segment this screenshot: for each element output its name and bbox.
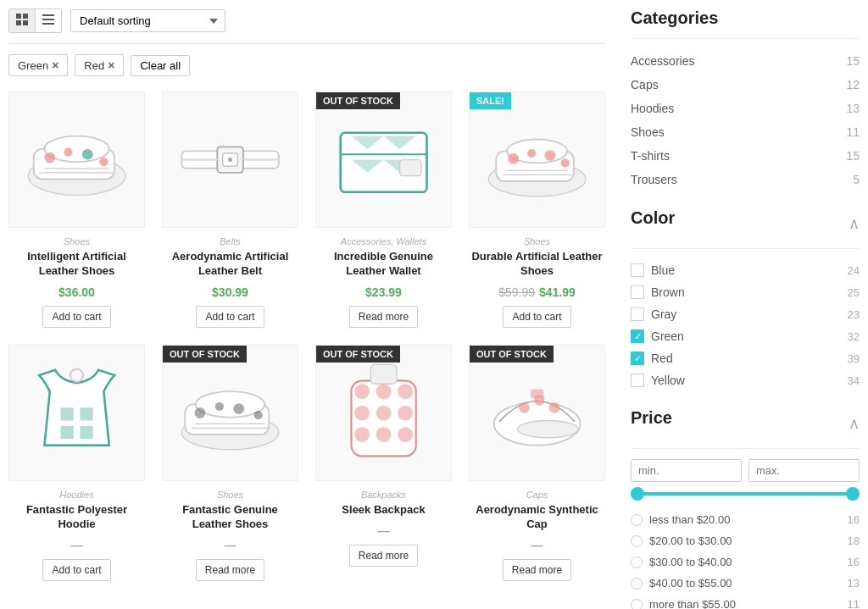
categories-section: Categories Accessories15Caps12Hoodies13S… [631, 8, 860, 191]
remove-red-filter[interactable]: × [108, 58, 114, 72]
color-label: Green [651, 329, 684, 343]
sidebar-category-item[interactable]: T-shirts15 [631, 144, 860, 168]
product-card: OUT OF STOCK Shoes Fantastic Genuine [162, 345, 298, 581]
price-min-input[interactable] [631, 459, 742, 482]
price-range-item: $30.00 to $40.00 16 [631, 551, 860, 573]
categories-list: Accessories15Caps12Hoodies13Shoes11T-shi… [631, 49, 860, 191]
color-checkbox[interactable] [631, 307, 644, 321]
price-range-radio[interactable] [631, 578, 643, 590]
svg-point-55 [398, 384, 413, 399]
svg-point-37 [70, 368, 83, 381]
color-section-header: Color ∧ [631, 208, 860, 238]
product-category: Hoodies [8, 490, 145, 500]
price-range-left: less than $20.00 [631, 513, 730, 526]
sidebar-category-item[interactable]: Trousers5 [631, 168, 860, 191]
color-label: Red [651, 352, 673, 365]
color-item: Yellow 34 [631, 369, 860, 391]
product-price: $59.99$41.99 [469, 285, 605, 299]
product-image: OUT OF STOCK [469, 345, 605, 481]
price-slider-left-handle[interactable] [631, 487, 644, 501]
product-card: OUT OF STOCK Accessories, Wallets Incred… [315, 91, 452, 328]
svg-rect-3 [23, 20, 28, 25]
product-image [8, 345, 145, 481]
price-range-item: $40.00 to $55.00 13 [631, 573, 860, 594]
add-to-cart-button[interactable]: Add to cart [42, 306, 110, 328]
sort-select[interactable]: Default sorting Sort by popularity Sort … [70, 9, 225, 32]
svg-point-59 [354, 427, 370, 442]
price-range-label: $30.00 to $40.00 [649, 556, 732, 568]
add-to-cart-button[interactable]: Add to cart [42, 559, 110, 581]
price-range-count: 16 [848, 556, 860, 568]
svg-rect-40 [60, 426, 73, 439]
product-name: Durable Artificial Leather Shoes [469, 250, 605, 279]
price-range-radio[interactable] [631, 599, 643, 610]
sidebar-category-item[interactable]: Hoodies13 [631, 97, 860, 120]
color-checkbox[interactable] [631, 263, 644, 277]
read-more-button[interactable]: Read more [196, 559, 264, 581]
product-name: Fantastic Polyester Hoodie [8, 503, 145, 532]
filter-tag-label: Green [18, 59, 48, 72]
read-more-button[interactable]: Read more [349, 306, 418, 328]
price-collapse-icon[interactable]: ∧ [849, 414, 860, 433]
price-max-input[interactable] [748, 459, 860, 482]
color-item: Blue 24 [631, 259, 860, 281]
product-card: Shoes Intelligent Artificial Leather Sho… [8, 91, 145, 328]
color-checkbox[interactable] [631, 285, 644, 299]
product-name: Aerodynamic Artificial Leather Belt [162, 250, 298, 279]
color-collapse-icon[interactable]: ∧ [849, 214, 860, 233]
price-ranges-list: less than $20.00 16 $20.00 to $30.00 18 … [631, 509, 860, 609]
product-category: Belts [162, 236, 298, 246]
add-to-cart-button[interactable]: Add to cart [503, 306, 570, 328]
product-category: Shoes [162, 490, 298, 500]
svg-point-46 [215, 402, 224, 411]
read-more-button[interactable]: Read more [349, 545, 418, 567]
grid-view-button[interactable] [9, 9, 36, 32]
price-range-slider[interactable] [631, 492, 860, 496]
price-range-label: more than $55.00 [649, 598, 736, 609]
svg-rect-68 [531, 389, 543, 397]
sidebar-category-item[interactable]: Accessories15 [631, 49, 860, 73]
color-section: Color ∧ Blue 24 Brown 25 Gray 23 [631, 208, 860, 391]
svg-point-11 [64, 148, 72, 157]
color-item: Brown 25 [631, 281, 860, 303]
price-title: Price [631, 408, 672, 428]
product-image: OUT OF STOCK [162, 345, 298, 481]
price-range-radio[interactable] [631, 535, 643, 547]
add-to-cart-button[interactable]: Add to cart [196, 306, 264, 328]
price-range-radio[interactable] [631, 514, 643, 526]
category-count: 5 [853, 173, 860, 186]
svg-point-58 [398, 405, 413, 420]
list-view-button[interactable] [36, 9, 61, 32]
product-card: SALE! Shoes Durable Artificial Leath [469, 91, 605, 328]
svg-point-54 [376, 384, 392, 399]
category-count: 15 [846, 149, 860, 163]
category-label: Accessories [631, 54, 694, 68]
color-left: Green [631, 329, 684, 343]
price-slider-right-handle[interactable] [846, 487, 860, 501]
svg-rect-6 [42, 23, 54, 25]
product-price: — [162, 539, 298, 552]
read-more-button[interactable]: Read more [503, 559, 571, 581]
product-name: Intelligent Artificial Leather Shoes [8, 250, 145, 279]
svg-rect-1 [23, 14, 28, 19]
product-price: $23.99 [315, 285, 452, 299]
price-range-left: $20.00 to $30.00 [631, 534, 732, 547]
product-price: $30.99 [162, 285, 298, 299]
categories-title: Categories [631, 8, 860, 28]
category-label: Caps [631, 78, 659, 91]
svg-rect-41 [80, 426, 92, 439]
color-checkbox[interactable] [631, 352, 644, 365]
svg-point-56 [354, 405, 370, 420]
color-checkbox[interactable] [631, 329, 644, 343]
remove-green-filter[interactable]: × [52, 58, 58, 72]
category-label: T-shirts [631, 149, 670, 163]
color-checkbox[interactable] [631, 374, 644, 387]
filter-tag-red: Red × [75, 54, 124, 76]
product-card: OUT OF STOCK [315, 345, 452, 581]
color-item: Gray 23 [631, 303, 860, 325]
clear-all-button[interactable]: Clear all [131, 55, 190, 76]
sidebar-category-item[interactable]: Shoes11 [631, 120, 860, 144]
category-count: 13 [846, 102, 860, 115]
sidebar-category-item[interactable]: Caps12 [631, 73, 860, 97]
price-range-radio[interactable] [631, 556, 643, 568]
